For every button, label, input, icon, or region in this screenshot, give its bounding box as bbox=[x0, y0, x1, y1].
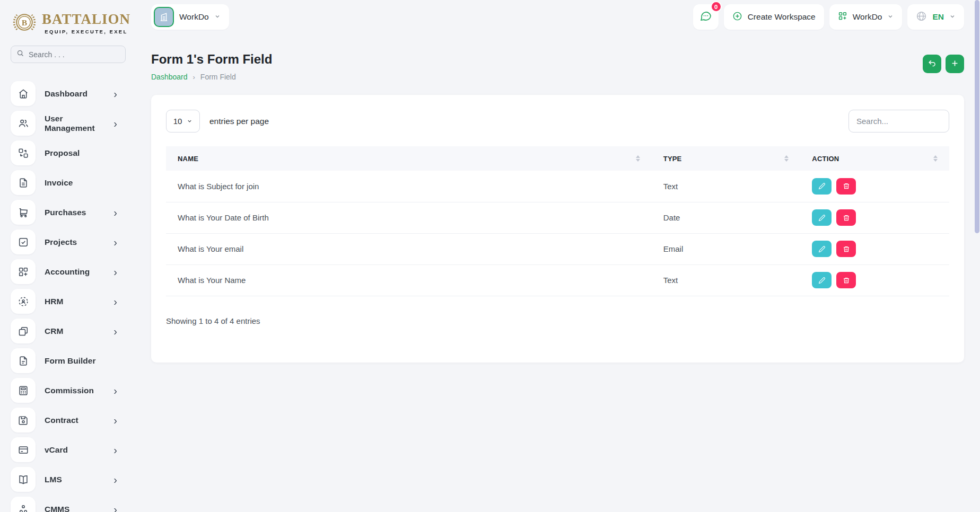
sidebar-item-user-management[interactable]: User Management › bbox=[11, 111, 126, 136]
brand-emblem-icon: B bbox=[11, 8, 38, 38]
chevron-right-icon: › bbox=[113, 415, 117, 426]
sidebar-item-accounting[interactable]: Accounting › bbox=[11, 259, 126, 284]
sidebar-item-label: vCard bbox=[45, 445, 104, 455]
chevron-down-icon bbox=[949, 12, 956, 22]
sidebar-item-contract[interactable]: Contract › bbox=[11, 408, 126, 432]
undo-arrow-icon bbox=[928, 59, 937, 69]
chevron-right-icon: › bbox=[113, 118, 117, 129]
trash-icon bbox=[843, 245, 850, 253]
page-size-value: 10 bbox=[173, 117, 182, 126]
delete-button[interactable] bbox=[836, 241, 856, 257]
sidebar-search-input[interactable] bbox=[29, 50, 120, 59]
sidebar-item-label: User Management bbox=[45, 114, 104, 133]
chevron-right-icon: › bbox=[113, 326, 117, 337]
sidebar-item-invoice[interactable]: Invoice bbox=[11, 170, 126, 195]
overlap-squares-icon bbox=[11, 319, 36, 343]
page-header: Form 1's Form Field Dashboard › Form Fie… bbox=[151, 52, 964, 81]
field-type-cell: Text bbox=[652, 264, 801, 296]
chevron-right-icon: › bbox=[113, 89, 117, 99]
trash-icon bbox=[843, 277, 850, 284]
sort-icon bbox=[784, 155, 789, 162]
messages-button[interactable]: 0 bbox=[693, 4, 719, 30]
sidebar-item-crm[interactable]: CRM › bbox=[11, 319, 126, 343]
proposal-icon bbox=[11, 140, 36, 165]
breadcrumb-current: Form Field bbox=[200, 73, 236, 81]
delete-button[interactable] bbox=[836, 209, 856, 226]
pencil-icon bbox=[818, 277, 826, 284]
invoice-icon bbox=[11, 170, 36, 195]
sidebar-item-dashboard[interactable]: Dashboard › bbox=[11, 81, 126, 106]
edit-button[interactable] bbox=[812, 209, 832, 226]
sidebar-item-label: Purchases bbox=[45, 208, 104, 217]
grid-plus-icon bbox=[838, 11, 847, 23]
workspace-menu[interactable]: WorkDo bbox=[829, 4, 903, 30]
chevron-right-icon: › bbox=[113, 237, 117, 248]
chevron-right-icon: › bbox=[113, 385, 117, 396]
delete-button[interactable] bbox=[836, 272, 856, 288]
main-content: WorkDo 0 Create Workspace bbox=[135, 0, 980, 512]
back-button[interactable] bbox=[923, 55, 941, 73]
edit-button[interactable] bbox=[812, 178, 832, 195]
sidebar-item-label: Projects bbox=[45, 237, 104, 247]
breadcrumb-dashboard-link[interactable]: Dashboard bbox=[151, 73, 188, 81]
sidebar-item-label: Dashboard bbox=[45, 89, 104, 99]
sidebar-item-label: Contract bbox=[45, 416, 104, 425]
credit-card-icon bbox=[11, 437, 36, 462]
chevron-right-icon: › bbox=[113, 445, 117, 455]
home-icon bbox=[11, 81, 36, 106]
sidebar-item-form-builder[interactable]: Form Builder bbox=[11, 348, 126, 373]
brand-name: BATTALION bbox=[42, 12, 130, 27]
chevron-down-icon bbox=[187, 118, 192, 124]
field-name-cell: What is Your email bbox=[166, 233, 652, 264]
brand-logo[interactable]: B BATTALION EQUIP, EXECUTE, EXEL bbox=[11, 8, 126, 38]
plus-icon bbox=[950, 59, 959, 69]
language-selector[interactable]: EN bbox=[907, 4, 964, 30]
document-icon bbox=[11, 348, 36, 373]
chevron-right-icon: › bbox=[113, 267, 117, 277]
edit-button[interactable] bbox=[812, 241, 832, 257]
floppy-icon bbox=[11, 408, 36, 432]
workspace-switcher[interactable]: WorkDo bbox=[151, 4, 229, 30]
sidebar-item-label: HRM bbox=[45, 297, 104, 306]
scrollbar-thumb[interactable] bbox=[975, 0, 979, 233]
search-icon bbox=[16, 49, 24, 59]
chevron-down-icon bbox=[887, 12, 894, 22]
create-workspace-label: Create Workspace bbox=[748, 12, 816, 22]
person-circle-icon bbox=[11, 289, 36, 314]
sidebar-item-purchases[interactable]: Purchases › bbox=[11, 200, 126, 225]
column-header-name[interactable]: NAME bbox=[166, 146, 652, 171]
sidebar-item-commission[interactable]: Commission › bbox=[11, 378, 126, 403]
column-header-type[interactable]: TYPE bbox=[652, 146, 801, 171]
sidebar-item-cmms[interactable]: CMMS › bbox=[11, 497, 126, 512]
sidebar-item-label: Form Builder bbox=[45, 356, 126, 366]
entries-per-page-select[interactable]: 10 bbox=[166, 110, 200, 133]
create-workspace-button[interactable]: Create Workspace bbox=[724, 4, 824, 30]
column-header-action[interactable]: ACTION bbox=[800, 146, 949, 171]
edit-button[interactable] bbox=[812, 272, 832, 288]
column-label: NAME bbox=[178, 155, 198, 163]
chevron-right-icon: › bbox=[113, 474, 117, 485]
chevron-right-icon: › bbox=[113, 504, 117, 512]
chevron-down-icon bbox=[214, 12, 221, 22]
delete-button[interactable] bbox=[836, 178, 856, 195]
field-name-cell: What is Your Date of Birth bbox=[166, 202, 652, 233]
field-type-cell: Email bbox=[652, 233, 801, 264]
page-scrollbar[interactable] bbox=[975, 0, 979, 512]
check-square-icon bbox=[11, 229, 36, 254]
sidebar-item-proposal[interactable]: Proposal bbox=[11, 140, 126, 165]
add-form-field-button[interactable] bbox=[946, 55, 964, 73]
sort-icon bbox=[636, 155, 640, 162]
sidebar-item-lms[interactable]: LMS › bbox=[11, 467, 126, 492]
grid-plus-icon bbox=[11, 259, 36, 284]
messages-badge: 0 bbox=[711, 1, 722, 12]
field-type-cell: Text bbox=[652, 171, 801, 202]
calculator-icon bbox=[11, 378, 36, 403]
sidebar-item-hrm[interactable]: HRM › bbox=[11, 289, 126, 314]
table-search-input[interactable] bbox=[848, 110, 949, 133]
column-label: TYPE bbox=[663, 155, 682, 163]
form-fields-card: 10 entries per page NAME bbox=[151, 95, 964, 363]
table-row: What is Your Date of Birth Date bbox=[166, 202, 949, 233]
sidebar-item-vcard[interactable]: vCard › bbox=[11, 437, 126, 462]
sidebar-item-projects[interactable]: Projects › bbox=[11, 229, 126, 254]
trash-icon bbox=[843, 182, 850, 190]
